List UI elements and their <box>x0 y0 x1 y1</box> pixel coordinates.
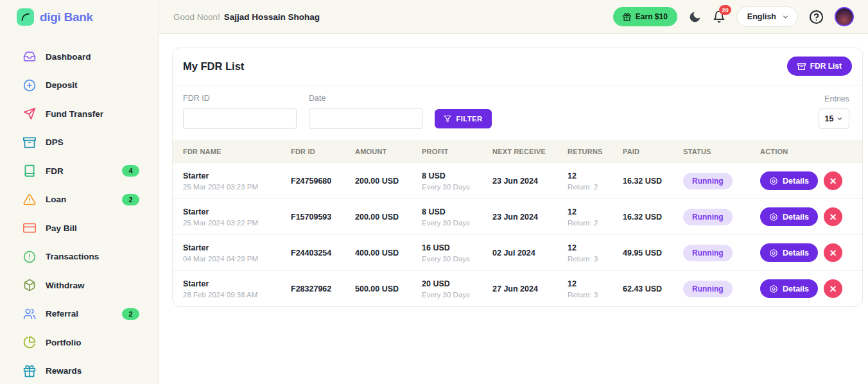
details-button[interactable]: Details <box>760 243 818 262</box>
page-title: My FDR List <box>183 60 244 73</box>
details-button-label: Details <box>783 213 809 222</box>
brand-name: digi Bank <box>40 10 93 24</box>
paid: 16.32 USD <box>623 213 683 222</box>
fdr-name: Starter <box>183 243 291 252</box>
topbar-actions: Earn $10 20 English <box>613 6 854 27</box>
sidebar-item-pay-bill[interactable]: Pay Bill <box>0 214 159 243</box>
alert-triangle-icon <box>23 193 36 206</box>
help-button[interactable] <box>809 10 824 24</box>
entries-select[interactable]: 15 <box>819 109 849 129</box>
dark-mode-toggle[interactable] <box>688 10 702 24</box>
delete-fdr-button[interactable]: ✕ <box>824 243 842 262</box>
sidebar-menu: Dashboard Deposit Fund Transfer DPS FDR … <box>0 34 159 384</box>
sidebar-item-deposit[interactable]: Deposit <box>0 71 159 100</box>
delete-fdr-button[interactable]: ✕ <box>824 171 842 190</box>
details-button-label: Details <box>783 284 809 293</box>
action-cell: Details ✕ <box>760 171 862 190</box>
details-button[interactable]: Details <box>760 171 818 190</box>
users-icon <box>23 308 36 320</box>
sidebar-item-label: FDR <box>46 166 64 176</box>
details-button[interactable]: Details <box>760 207 818 226</box>
app-root: digi Bank Dashboard Deposit Fund Transfe… <box>0 0 868 384</box>
card-header: My FDR List FDR List <box>173 48 862 85</box>
column-header: ACTION <box>760 148 862 155</box>
profit-interval: Every 30 Days <box>422 255 492 263</box>
fdr-id-field: FDR ID <box>183 94 297 129</box>
sidebar-item-fdr[interactable]: FDR 4 <box>0 157 159 186</box>
sidebar-item-loan[interactable]: Loan 2 <box>0 186 159 214</box>
fdr-date: 04 Mar 2024 04:29 PM <box>183 255 291 263</box>
amount: 500.00 USD <box>355 284 422 293</box>
fdr-table: FDR NAME FDR ID AMOUNT PROFIT NEXT RECEI… <box>173 140 862 306</box>
earn-button[interactable]: Earn $10 <box>613 7 677 26</box>
next-receive: 27 Jun 2024 <box>492 284 568 293</box>
sidebar-item-dashboard[interactable]: Dashboard <box>0 42 159 71</box>
fdr-name: Starter <box>183 207 291 216</box>
amount: 400.00 USD <box>355 249 422 257</box>
filter-button[interactable]: FILTER <box>435 109 492 128</box>
returns-count: Return: 2 <box>568 219 623 227</box>
sidebar-item-transactions[interactable]: Transactions <box>0 243 159 272</box>
paid: 49.95 USD <box>623 249 683 257</box>
action-cell: Details ✕ <box>760 243 862 262</box>
moon-icon <box>688 10 702 24</box>
returns: 12 <box>568 279 623 288</box>
eye-icon <box>769 249 778 257</box>
eye-icon <box>769 177 778 186</box>
table-row: Starter28 Feb 2024 09:38 AM F28327962 50… <box>173 270 862 306</box>
greeting-text: Good Noon! <box>173 12 220 22</box>
chevron-down-icon <box>837 116 843 122</box>
sidebar-item-rewards[interactable]: Rewards <box>0 357 159 384</box>
brand-logo[interactable]: digi Bank <box>0 0 159 34</box>
send-icon <box>23 107 36 120</box>
sidebar-item-label: Fund Transfer <box>46 109 103 119</box>
plus-circle-icon <box>23 79 36 92</box>
profit: 20 USD <box>422 279 492 288</box>
sidebar-item-label: Pay Bill <box>46 223 77 233</box>
sidebar-item-label: DPS <box>46 137 64 147</box>
returns-count: Return: 2 <box>568 183 623 191</box>
sidebar-item-referral[interactable]: Referral 2 <box>0 300 159 329</box>
fdr-list-button[interactable]: FDR List <box>787 57 852 76</box>
archive-icon <box>23 136 36 149</box>
sidebar-item-withdraw[interactable]: Withdraw <box>0 271 159 300</box>
delete-fdr-button[interactable]: ✕ <box>824 279 842 298</box>
avatar[interactable] <box>835 7 854 26</box>
fdr-date: 25 Mar 2024 03:22 PM <box>183 219 291 227</box>
username-text: Sajjad Hossain Shohag <box>224 12 320 22</box>
returns: 12 <box>568 207 623 216</box>
fdr-name: Starter <box>183 171 291 180</box>
profit: 8 USD <box>422 207 492 216</box>
book-icon <box>23 164 36 177</box>
paid: 62.43 USD <box>623 284 683 293</box>
action-cell: Details ✕ <box>760 207 862 226</box>
delete-fdr-button[interactable]: ✕ <box>824 207 842 226</box>
entries-label: Entries <box>824 94 849 103</box>
fdr-date: 28 Feb 2024 09:38 AM <box>183 291 291 299</box>
notification-bell[interactable]: 20 <box>713 10 725 23</box>
topbar: Good Noon! Sajjad Hossain Shohag Earn $1… <box>159 0 868 34</box>
fdr-id-label: FDR ID <box>183 94 297 103</box>
language-dropdown[interactable]: English <box>736 6 798 27</box>
sidebar-item-dps[interactable]: DPS <box>0 128 159 157</box>
page-content: My FDR List FDR List FDR ID Date <box>159 34 868 384</box>
entries-value: 15 <box>825 114 834 123</box>
sidebar-item-label: Dashboard <box>46 52 91 62</box>
date-input[interactable] <box>309 108 422 129</box>
language-label: English <box>747 12 776 21</box>
fdr-id-input[interactable] <box>183 108 297 129</box>
earn-button-label: Earn $10 <box>636 12 668 21</box>
profit-interval: Every 30 Days <box>422 291 492 299</box>
pie-chart-icon <box>23 336 36 349</box>
action-cell: Details ✕ <box>760 279 862 298</box>
credit-card-icon <box>23 222 36 234</box>
profit: 16 USD <box>422 243 492 252</box>
main-area: Good Noon! Sajjad Hossain Shohag Earn $1… <box>159 0 868 384</box>
column-header: STATUS <box>683 148 760 155</box>
details-button[interactable]: Details <box>760 279 818 298</box>
profit: 8 USD <box>422 171 492 180</box>
column-header: NEXT RECEIVE <box>492 148 568 155</box>
sidebar-item-fund-transfer[interactable]: Fund Transfer <box>0 100 159 128</box>
sidebar-item-portfolio[interactable]: Portfolio <box>0 328 159 357</box>
entries-control: Entries 15 <box>819 94 849 129</box>
